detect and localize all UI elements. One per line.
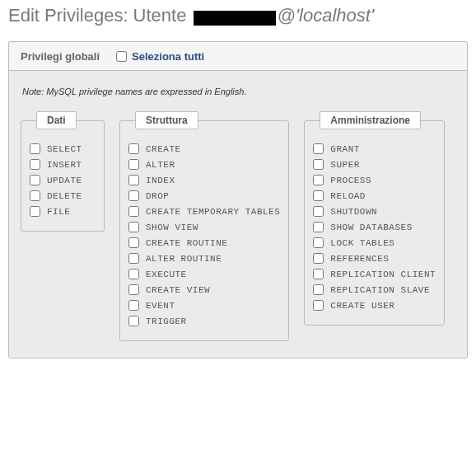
privilege-label: REPLICATION CLIENT bbox=[330, 270, 436, 279]
privilege-checkbox[interactable] bbox=[313, 175, 324, 185]
privilege-checkbox[interactable] bbox=[313, 206, 324, 217]
privilege-label: CREATE USER bbox=[330, 301, 394, 311]
privilege-item[interactable]: ALTER ROUTINE bbox=[128, 251, 280, 266]
title-host: @'localhost' bbox=[278, 5, 375, 26]
title-prefix: Edit Privileges: Utente bbox=[8, 5, 192, 26]
privilege-label: EXECUTE bbox=[146, 270, 187, 279]
privilege-checkbox[interactable] bbox=[128, 253, 139, 264]
privilege-item[interactable]: CREATE VIEW bbox=[128, 282, 280, 298]
redacted-username bbox=[194, 11, 276, 26]
privilege-label: REFERENCES bbox=[330, 254, 389, 264]
privilege-item[interactable]: GRANT bbox=[313, 141, 436, 157]
privilege-item[interactable]: SELECT bbox=[30, 141, 96, 157]
privilege-item[interactable]: SUPER bbox=[313, 157, 436, 172]
privilege-checkbox[interactable] bbox=[313, 237, 324, 248]
privilege-checkbox[interactable] bbox=[128, 300, 139, 311]
privilege-checkbox[interactable] bbox=[313, 284, 324, 295]
group-struttura: Struttura CREATEALTERINDEXDROPCREATE TEM… bbox=[119, 111, 289, 341]
privilege-checkbox[interactable] bbox=[313, 190, 324, 201]
privilege-item[interactable]: CREATE bbox=[128, 141, 280, 157]
select-all-link[interactable]: Seleziona tutti bbox=[132, 50, 204, 63]
privilege-item[interactable]: PROCESS bbox=[313, 172, 436, 188]
privilege-item[interactable]: SHOW VIEW bbox=[128, 219, 280, 235]
privilege-item[interactable]: SHUTDOWN bbox=[313, 204, 436, 219]
privilege-item[interactable]: REPLICATION CLIENT bbox=[313, 266, 436, 282]
select-all-checkbox[interactable] bbox=[116, 51, 127, 62]
privilege-label: LOCK TABLES bbox=[330, 238, 394, 248]
privilege-item[interactable]: INDEX bbox=[128, 172, 280, 188]
tab-header: Privilegi globali Seleziona tutti bbox=[8, 41, 468, 71]
privilege-item[interactable]: CREATE ROUTINE bbox=[128, 235, 280, 251]
privilege-label: CREATE bbox=[146, 144, 181, 154]
privilege-label: GRANT bbox=[330, 144, 360, 154]
group-amministrazione: Amministrazione GRANTSUPERPROCESSRELOADS… bbox=[304, 111, 445, 326]
privilege-item[interactable]: TRIGGER bbox=[128, 313, 280, 329]
privilege-label: INDEX bbox=[146, 176, 175, 185]
privilege-checkbox[interactable] bbox=[128, 237, 139, 248]
privilege-label: SELECT bbox=[47, 144, 82, 154]
privilege-checkbox[interactable] bbox=[313, 222, 324, 232]
privilege-checkbox[interactable] bbox=[128, 206, 139, 217]
privilege-label: SHOW VIEW bbox=[146, 223, 198, 232]
privilege-checkbox[interactable] bbox=[128, 143, 139, 154]
group-struttura-list: CREATEALTERINDEXDROPCREATE TEMPORARY TAB… bbox=[128, 141, 280, 329]
privilege-checkbox[interactable] bbox=[128, 316, 139, 326]
privilege-checkbox[interactable] bbox=[128, 269, 139, 279]
privilege-item[interactable]: REFERENCES bbox=[313, 251, 436, 266]
privilege-checkbox[interactable] bbox=[30, 190, 40, 201]
privilege-item[interactable]: UPDATE bbox=[30, 172, 96, 188]
privilege-item[interactable]: CREATE TEMPORARY TABLES bbox=[128, 204, 280, 219]
privilege-item[interactable]: DELETE bbox=[30, 188, 96, 204]
privilege-label: TRIGGER bbox=[146, 316, 187, 326]
privilege-label: UPDATE bbox=[47, 176, 82, 185]
privilege-item[interactable]: FILE bbox=[30, 204, 96, 219]
group-dati-title[interactable]: Dati bbox=[36, 111, 77, 129]
group-dati-list: SELECTINSERTUPDATEDELETEFILE bbox=[30, 141, 96, 219]
privilege-label: EVENT bbox=[146, 301, 175, 311]
privilege-item[interactable]: ALTER bbox=[128, 157, 280, 172]
privilege-label: INSERT bbox=[47, 160, 82, 170]
privilege-item[interactable]: EXECUTE bbox=[128, 266, 280, 282]
tab-label: Privilegi globali bbox=[21, 50, 100, 63]
privilege-label: CREATE VIEW bbox=[146, 285, 210, 295]
privilege-checkbox[interactable] bbox=[313, 253, 324, 264]
privilege-checkbox[interactable] bbox=[313, 143, 324, 154]
privilege-label: PROCESS bbox=[330, 176, 371, 185]
privilege-checkbox[interactable] bbox=[30, 143, 40, 154]
privilege-checkbox[interactable] bbox=[128, 159, 139, 170]
privilege-checkbox[interactable] bbox=[30, 159, 40, 170]
privilege-checkbox[interactable] bbox=[128, 222, 139, 232]
privilege-checkbox[interactable] bbox=[313, 159, 324, 170]
privilege-checkbox[interactable] bbox=[128, 175, 139, 185]
group-amministrazione-title[interactable]: Amministrazione bbox=[320, 111, 421, 129]
privilege-item[interactable]: CREATE USER bbox=[313, 298, 436, 313]
privilege-label: DROP bbox=[146, 191, 169, 201]
group-dati: Dati SELECTINSERTUPDATEDELETEFILE bbox=[21, 111, 105, 232]
privilege-item[interactable]: DROP bbox=[128, 188, 280, 204]
privilege-label: ALTER ROUTINE bbox=[146, 254, 222, 264]
privilege-checkbox[interactable] bbox=[313, 300, 324, 311]
privilege-item[interactable]: SHOW DATABASES bbox=[313, 219, 436, 235]
privilege-label: RELOAD bbox=[330, 191, 366, 201]
privilege-checkbox[interactable] bbox=[30, 206, 40, 217]
note-text: Note: MySQL privilege names are expresse… bbox=[22, 87, 455, 96]
privilege-label: SHUTDOWN bbox=[330, 207, 377, 217]
privilege-label: SUPER bbox=[330, 160, 360, 170]
privilege-checkbox[interactable] bbox=[313, 269, 324, 279]
privilege-item[interactable]: RELOAD bbox=[313, 188, 436, 204]
privilege-label: ALTER bbox=[146, 160, 175, 170]
privilege-item[interactable]: LOCK TABLES bbox=[313, 235, 436, 251]
privilege-label: DELETE bbox=[47, 191, 82, 201]
privilege-label: SHOW DATABASES bbox=[330, 223, 412, 232]
privileges-panel: Privilegi globali Seleziona tutti Note: … bbox=[8, 41, 468, 359]
privilege-item[interactable]: INSERT bbox=[30, 157, 96, 172]
privilege-item[interactable]: EVENT bbox=[128, 298, 280, 313]
privilege-label: CREATE TEMPORARY TABLES bbox=[146, 207, 280, 217]
group-amministrazione-list: GRANTSUPERPROCESSRELOADSHUTDOWNSHOW DATA… bbox=[313, 141, 436, 313]
privilege-checkbox[interactable] bbox=[128, 284, 139, 295]
privilege-item[interactable]: REPLICATION SLAVE bbox=[313, 282, 436, 298]
privilege-columns: Dati SELECTINSERTUPDATEDELETEFILE Strutt… bbox=[21, 111, 455, 341]
privilege-checkbox[interactable] bbox=[30, 175, 40, 185]
group-struttura-title[interactable]: Struttura bbox=[135, 111, 198, 129]
privilege-checkbox[interactable] bbox=[128, 190, 139, 201]
